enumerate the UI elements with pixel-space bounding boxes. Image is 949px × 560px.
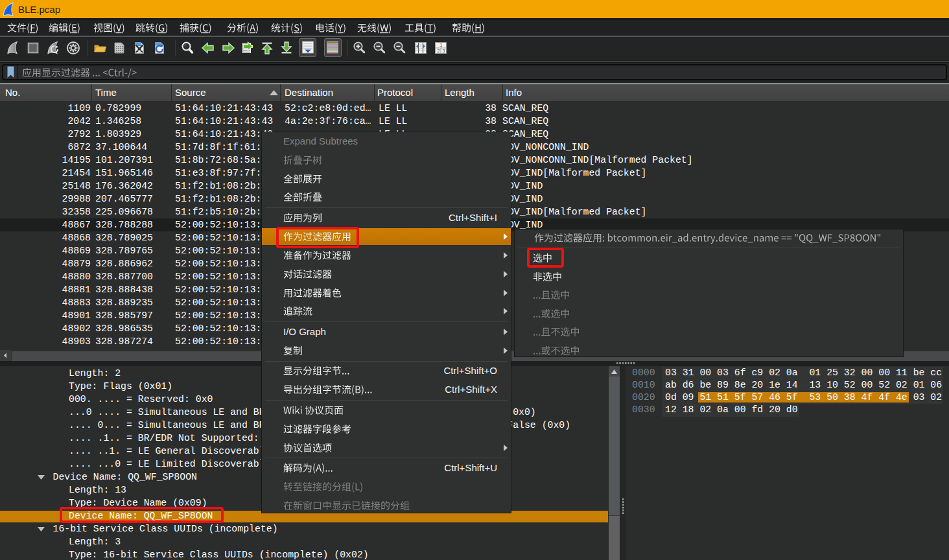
svg-text:1: 1: [440, 43, 443, 47]
svg-text:2: 2: [438, 49, 440, 53]
svg-text:3: 3: [443, 49, 445, 53]
